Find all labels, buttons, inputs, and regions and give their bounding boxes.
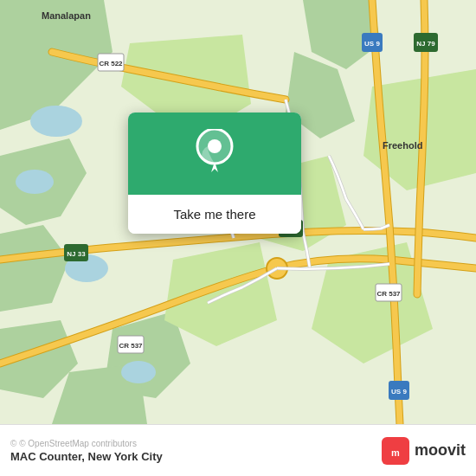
svg-point-9 bbox=[30, 106, 82, 137]
svg-point-37 bbox=[208, 139, 222, 153]
popup-header bbox=[128, 113, 301, 195]
svg-text:US 9: US 9 bbox=[364, 40, 380, 48]
location-label: MAC Counter, New York City bbox=[10, 450, 163, 463]
svg-text:NJ 33: NJ 33 bbox=[67, 250, 86, 258]
freehold-label: Freehold bbox=[383, 140, 422, 151]
osm-attribution: © © OpenStreetMap contributors bbox=[10, 439, 163, 448]
location-popup: Take me there bbox=[128, 113, 301, 234]
svg-text:m: m bbox=[391, 447, 400, 458]
bottom-left-info: © © OpenStreetMap contributors MAC Count… bbox=[10, 439, 163, 463]
svg-text:US 9: US 9 bbox=[391, 388, 407, 396]
manalapan-label: Manalapan bbox=[42, 10, 91, 21]
pin-icon bbox=[196, 129, 234, 179]
moovit-logo: m moovit bbox=[380, 435, 466, 466]
attribution-text: © OpenStreetMap contributors bbox=[19, 439, 137, 448]
map-area: Manalapan Freehold US 9 US 9 NJ 79 NJ 33… bbox=[0, 0, 476, 424]
bottom-bar: © © OpenStreetMap contributors MAC Count… bbox=[0, 424, 476, 476]
svg-text:NJ 79: NJ 79 bbox=[416, 40, 435, 48]
svg-text:CR 537: CR 537 bbox=[119, 342, 143, 350]
svg-text:CR 537: CR 537 bbox=[376, 290, 401, 298]
moovit-text: moovit bbox=[415, 441, 466, 460]
copyright-symbol: © bbox=[10, 439, 19, 448]
moovit-icon: m bbox=[380, 435, 411, 466]
svg-point-10 bbox=[16, 170, 54, 194]
svg-text:CR 522: CR 522 bbox=[99, 60, 123, 68]
take-me-there-button[interactable]: Take me there bbox=[128, 195, 301, 234]
svg-point-12 bbox=[121, 361, 156, 383]
